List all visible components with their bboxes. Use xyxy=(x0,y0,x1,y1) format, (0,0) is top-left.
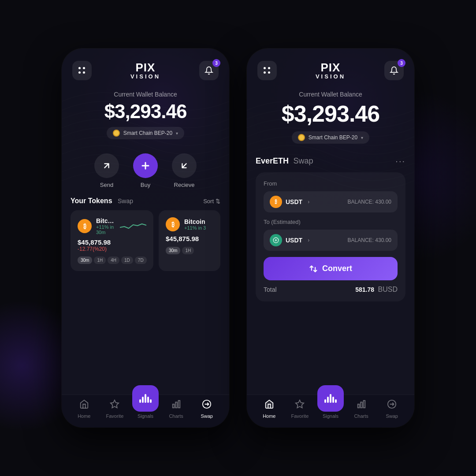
tf-1h-2[interactable]: 1H xyxy=(182,247,194,254)
from-token-row[interactable]: ₿ USDT › BALANCE: 430.00 xyxy=(264,191,398,212)
to-token-name: USDT xyxy=(286,237,302,244)
notification-badge: 3 xyxy=(212,59,220,67)
nav-signals-left[interactable]: Signals xyxy=(130,385,161,419)
nav-favorite-right[interactable]: Favorite xyxy=(285,399,316,419)
token-timeframes-1: 30m 1H 4H 1D 7D xyxy=(78,257,146,264)
receive-icon xyxy=(172,153,197,178)
left-header: PIX VISION 3 xyxy=(62,48,229,87)
chevron-down-icon: ▾ xyxy=(176,131,178,136)
convert-icon xyxy=(309,264,318,273)
action-buttons: Send Buy Recieve xyxy=(62,146,229,197)
total-row: Total 581.78 BUSD xyxy=(264,286,398,294)
token-change-2: +11% in 3 xyxy=(184,225,213,231)
bitcoin-icon-1: ₿ xyxy=(78,219,92,233)
swap-more-button[interactable]: ··· xyxy=(395,156,405,166)
favorite-icon-left xyxy=(110,399,119,412)
tf-4h-1[interactable]: 4H xyxy=(108,257,119,264)
nav-swap-label-left: Swap xyxy=(201,413,213,419)
right-logo-text: PIX xyxy=(316,62,346,73)
nav-signals-right[interactable]: Signals xyxy=(315,385,346,419)
right-balance-amount: $3,293.46 xyxy=(257,100,404,127)
send-label: Send xyxy=(100,182,113,188)
left-bottom-nav: Home Favorite xyxy=(62,394,229,428)
tf-30m-2[interactable]: 30m xyxy=(166,247,180,254)
convert-label: Convert xyxy=(322,264,352,273)
swap-section: EverETH Swap ··· From ₿ USDT › BALAN xyxy=(247,151,414,307)
chain-selector[interactable]: Smart Chain BEP-20 ▾ xyxy=(107,127,184,139)
token-name-1: Bitcoin xyxy=(96,217,115,224)
logo: PIX VISION xyxy=(130,62,160,80)
from-token-left: ₿ USDT › xyxy=(270,196,309,208)
nav-charts-right[interactable]: Charts xyxy=(346,399,377,419)
menu-button[interactable] xyxy=(72,61,92,80)
phones-container: PIX VISION 3 Current Wallet Balance $3,2… xyxy=(62,48,414,428)
token-card-1[interactable]: ₿ Bitcoin +11% in 30m $45,875. xyxy=(71,210,153,271)
token-price-2: $45,875.98 xyxy=(166,235,213,242)
right-bell-icon xyxy=(390,66,398,75)
right-header: PIX VISION 3 xyxy=(247,48,414,87)
token-pct-1: -12.77(%20) xyxy=(78,246,146,252)
tf-1d-1[interactable]: 1D xyxy=(121,257,133,264)
token-timeframes-2: 30m 1H xyxy=(166,247,213,254)
favorite-icon-right xyxy=(295,399,305,412)
convert-button[interactable]: Convert xyxy=(264,257,398,280)
nav-favorite-left[interactable]: Favorite xyxy=(100,399,130,419)
signals-button-left[interactable] xyxy=(132,385,159,412)
nav-home-right[interactable]: Home xyxy=(254,399,285,419)
right-notification-button[interactable]: 3 xyxy=(384,61,404,80)
balance-section: Current Wallet Balance $3,293.46 Smart C… xyxy=(62,87,229,146)
right-bottom-nav: Home Favorite xyxy=(247,394,414,428)
notification-button[interactable]: 3 xyxy=(199,61,219,80)
nav-charts-left[interactable]: Charts xyxy=(161,399,192,419)
swap-panel: From ₿ USDT › BALANCE: 430.00 To (Estima… xyxy=(256,172,405,301)
bitcoin-icon-2: ₿ xyxy=(166,217,180,231)
chain-label: Smart Chain BEP-20 xyxy=(123,130,172,136)
total-currency: BUSD xyxy=(378,286,398,293)
from-token-name: USDT xyxy=(286,198,302,205)
signals-button-right[interactable] xyxy=(317,385,344,412)
total-value: 581.78 xyxy=(355,286,374,293)
nav-swap-left[interactable]: Swap xyxy=(191,399,222,419)
from-balance: BALANCE: 430.00 xyxy=(348,199,391,205)
total-label: Total xyxy=(264,286,277,293)
tf-1h-1[interactable]: 1H xyxy=(94,257,106,264)
right-balance-label: Current Wallet Balance xyxy=(257,91,404,98)
to-balance: BALANCE: 430.00 xyxy=(348,237,391,243)
chain-dot xyxy=(113,130,120,137)
right-chain-label: Smart Chain BEP-20 xyxy=(309,134,357,141)
right-phone: PIX VISION 3 Current Wallet Balance $3,2… xyxy=(247,48,414,428)
nav-swap-right[interactable]: Swap xyxy=(376,399,407,419)
token-card-2[interactable]: ₿ Bitcoin +11% in 3 $45,875.98 30m 1H xyxy=(159,210,220,271)
svg-rect-7 xyxy=(357,404,359,408)
right-menu-button[interactable] xyxy=(257,61,277,80)
home-icon-left xyxy=(79,399,89,412)
tf-30m-1[interactable]: 30m xyxy=(78,257,92,264)
sort-button[interactable]: Sort ⇅ xyxy=(203,198,220,205)
balance-label: Current Wallet Balance xyxy=(72,91,219,98)
svg-rect-2 xyxy=(175,402,177,408)
token-chart-1 xyxy=(120,219,146,234)
from-token-chevron: › xyxy=(308,199,309,205)
send-button[interactable]: Send xyxy=(94,153,119,188)
token-cards: ₿ Bitcoin +11% in 30m $45,875. xyxy=(71,210,220,271)
grid-icon xyxy=(78,67,86,74)
to-token-row[interactable]: USDT › BALANCE: 430.00 xyxy=(264,230,398,251)
nav-charts-label-right: Charts xyxy=(354,413,368,419)
charts-icon-right xyxy=(357,399,366,412)
buy-button[interactable]: Buy xyxy=(133,153,158,188)
tokens-swap-label[interactable]: Swap xyxy=(118,197,133,205)
send-icon xyxy=(94,153,119,178)
nav-favorite-label-right: Favorite xyxy=(291,413,309,419)
swap-title: EverETH xyxy=(256,156,289,165)
nav-home-left[interactable]: Home xyxy=(69,399,100,419)
right-chain-selector[interactable]: Smart Chain BEP-20 ▾ xyxy=(292,131,369,144)
token-price-1: $45,875.98 xyxy=(78,238,146,246)
tf-7d-1[interactable]: 7D xyxy=(135,257,147,264)
sort-icon: ⇅ xyxy=(216,198,220,205)
right-notification-badge: 3 xyxy=(398,59,405,67)
receive-button[interactable]: Recieve xyxy=(172,153,197,188)
token-change-1: +11% in 30m xyxy=(96,224,115,235)
logo-text: PIX xyxy=(130,62,160,73)
nav-favorite-label-left: Favorite xyxy=(106,413,124,419)
swap-icon-right xyxy=(387,399,397,412)
